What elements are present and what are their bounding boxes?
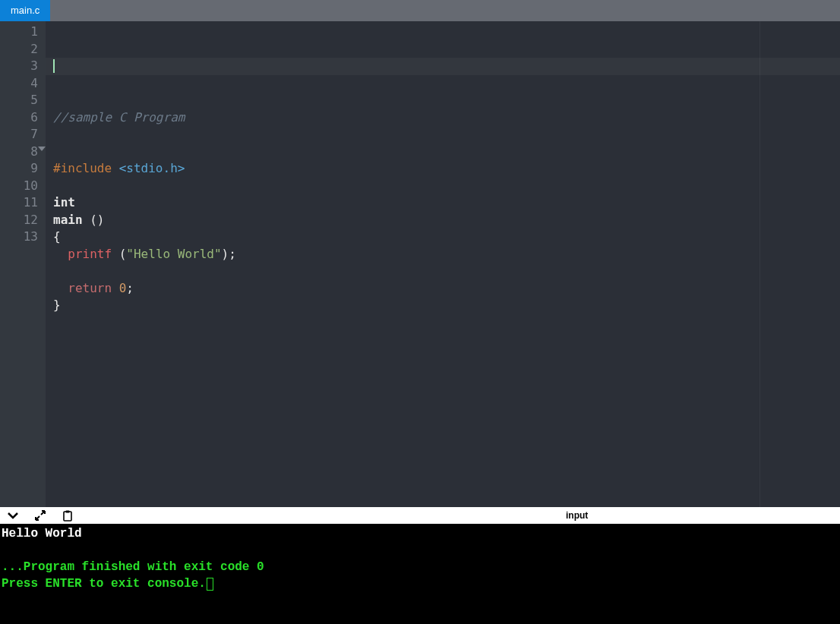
code-line[interactable]: int [53, 194, 840, 212]
code-line[interactable]: //sample C Program [53, 109, 840, 127]
line-number: 10 [0, 178, 38, 195]
line-number: 12 [0, 212, 38, 229]
line-number: 11 [0, 194, 38, 212]
console-output[interactable]: Hello World ...Program finished with exi… [0, 524, 840, 624]
console-toolbar: input [0, 507, 840, 524]
svg-rect-0 [64, 512, 71, 521]
line-number: 2 [0, 41, 38, 58]
code-line[interactable]: return 0; [53, 280, 840, 298]
clipboard-icon[interactable] [61, 509, 74, 522]
console-prompt: Press ENTER to exit console. [2, 577, 206, 591]
code-editor[interactable]: 12345678910111213 //sample C Program#inc… [0, 21, 840, 507]
expand-icon[interactable] [33, 509, 47, 522]
svg-rect-1 [66, 511, 70, 513]
tab-bar: main.c [0, 0, 840, 21]
line-number: 6 [0, 109, 38, 127]
line-number: 9 [0, 160, 38, 178]
line-number: 7 [0, 126, 38, 143]
code-line[interactable] [53, 263, 840, 280]
tab-main-c[interactable]: main.c [0, 0, 50, 21]
line-number: 5 [0, 92, 38, 109]
code-line[interactable]: #include <stdio.h> [53, 160, 840, 178]
line-number: 13 [0, 228, 38, 246]
code-line[interactable]: } [53, 297, 840, 314]
code-line[interactable] [53, 178, 840, 195]
line-number: 4 [0, 75, 38, 93]
line-number: 3 [0, 58, 38, 75]
code-line[interactable]: main () [53, 212, 840, 229]
code-area[interactable]: //sample C Program#include <stdio.h>intm… [46, 21, 840, 507]
fold-marker-icon[interactable] [38, 147, 46, 151]
chevron-down-icon[interactable] [6, 509, 20, 522]
console-cursor [207, 578, 213, 591]
current-line-highlight [46, 58, 840, 75]
line-number: 1 [0, 24, 38, 41]
code-line[interactable]: { [53, 228, 840, 246]
input-label: input [566, 510, 588, 521]
text-cursor [53, 59, 55, 73]
line-number-gutter: 12345678910111213 [0, 21, 46, 507]
code-line[interactable] [53, 143, 840, 161]
code-line[interactable]: printf ("Hello World"); [53, 246, 840, 263]
tab-label: main.c [11, 0, 39, 21]
console-stdout: Hello World [2, 527, 82, 540]
console-finished-message: ...Program finished with exit code 0 [2, 560, 264, 574]
line-number: 8 [0, 143, 38, 161]
code-line[interactable] [53, 126, 840, 143]
print-margin [759, 21, 760, 507]
code-line[interactable] [53, 314, 840, 332]
